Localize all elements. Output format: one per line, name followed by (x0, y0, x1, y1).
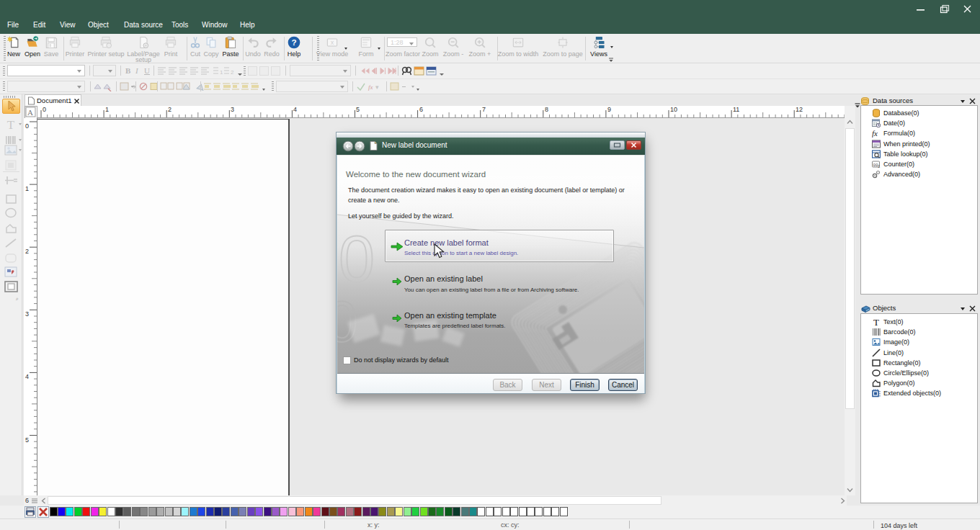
svg-text:9: 9 (607, 106, 611, 113)
svg-text:2: 2 (231, 69, 234, 76)
svg-text:0: 0 (339, 223, 375, 295)
svg-text:8: 8 (545, 106, 548, 113)
svg-text:12: 12 (796, 106, 803, 113)
svg-text:3: 3 (25, 310, 29, 318)
svg-text:T: T (7, 118, 15, 131)
svg-text:▾: ▾ (375, 84, 379, 91)
svg-text:?: ? (291, 37, 296, 47)
svg-text:1: 1 (105, 106, 109, 113)
svg-text:5: 5 (356, 106, 360, 113)
svg-text:4: 4 (293, 106, 297, 113)
svg-text:0: 0 (25, 122, 29, 130)
svg-text:7: 7 (482, 106, 486, 113)
svg-text:1: 1 (220, 69, 223, 76)
svg-text:0: 0 (43, 106, 46, 113)
svg-text:2: 2 (168, 106, 172, 113)
svg-text:X: X (331, 40, 334, 45)
svg-text:5: 5 (25, 436, 29, 444)
svg-text:1: 1 (878, 164, 881, 169)
svg-text:6: 6 (419, 106, 423, 113)
svg-text:T: T (873, 318, 879, 326)
svg-text:1: 1 (25, 185, 29, 192)
svg-text:11: 11 (733, 106, 739, 113)
svg-text:3: 3 (231, 106, 234, 113)
svg-text:A: A (27, 108, 33, 117)
svg-text:4: 4 (25, 373, 29, 380)
svg-text:fx: fx (368, 84, 373, 91)
svg-text:fx: fx (872, 129, 878, 138)
svg-text:2: 2 (25, 248, 29, 255)
svg-text:10: 10 (670, 106, 677, 113)
